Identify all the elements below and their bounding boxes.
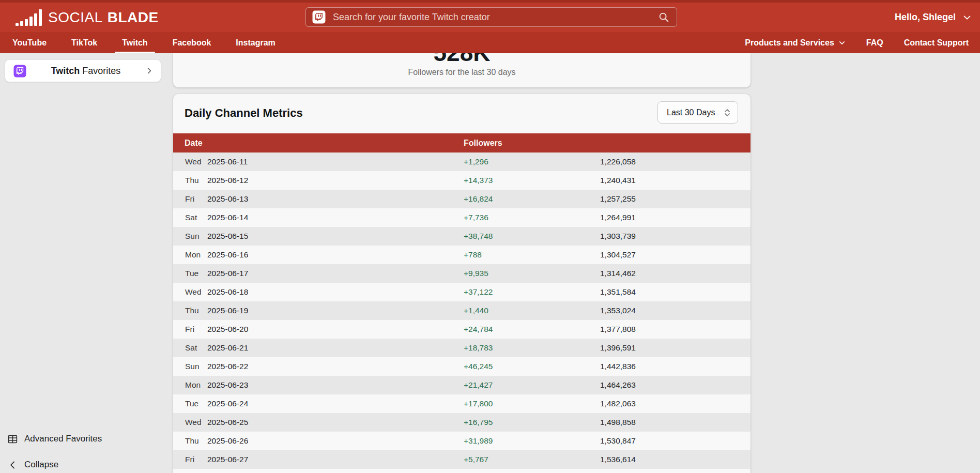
products-services-menu[interactable]: Products and Services — [744, 38, 847, 48]
cell-followers-total: 1,482,063 — [600, 399, 636, 408]
account-menu[interactable]: Hello, Shlegel — [895, 3, 972, 32]
cell-day: Sat — [185, 343, 197, 353]
chevron-right-icon — [145, 67, 154, 75]
table-row: Mon 2025-06-23 +21,427 1,464,263 — [173, 376, 751, 394]
tab-label: Facebook — [173, 38, 211, 48]
logo-text: SOCIAL BLADE — [48, 9, 159, 26]
table-row: Thu 2025-06-12 +14,373 1,240,431 — [173, 171, 751, 190]
column-header-followers: Followers — [464, 139, 502, 148]
cell-day: Sun — [185, 232, 200, 241]
cell-followers-change: +9,935 — [464, 269, 488, 278]
followers-caption: Followers for the last 30 days — [173, 68, 751, 77]
table-row: Sat 2025-06-14 +7,736 1,264,991 — [173, 208, 751, 227]
cell-date: 2025-06-16 — [207, 250, 248, 260]
cell-followers-change: +37,122 — [464, 287, 493, 297]
tab-label: Twitch — [122, 38, 147, 48]
cell-followers-total: 1,396,591 — [600, 343, 636, 353]
table-row: Tue 2025-06-17 +9,935 1,314,462 — [173, 264, 751, 283]
socialblade-logo[interactable]: SOCIAL BLADE — [16, 3, 159, 32]
cell-followers-total: 1,351,584 — [600, 287, 636, 297]
cell-followers-total: 1,304,527 — [600, 250, 636, 260]
tab-facebook[interactable]: Facebook — [172, 32, 212, 53]
table-row: Thu 2025-06-19 +1,440 1,353,024 — [173, 301, 751, 320]
twitch-icon — [312, 10, 326, 24]
favorites-brand: Twitch — [51, 66, 80, 76]
cell-date: 2025-06-25 — [207, 418, 248, 427]
cell-date: 2025-06-23 — [207, 380, 248, 390]
contact-support-link[interactable]: Contact Support — [903, 38, 970, 48]
table-row: Fri 2025-06-27 +5,767 1,536,614 — [173, 450, 751, 469]
twitch-favorites-button[interactable]: Twitch Favorites — [5, 60, 161, 82]
cell-day: Fri — [185, 194, 194, 204]
cell-followers-change: +1,296 — [464, 157, 488, 166]
cell-day: Wed — [185, 418, 202, 427]
search-bar — [305, 7, 677, 27]
select-chevrons-icon — [723, 108, 731, 118]
cell-followers-change: +31,989 — [464, 436, 493, 446]
cell-date: 2025-06-27 — [207, 455, 248, 464]
cell-day: Sat — [185, 213, 197, 222]
tab-tiktok[interactable]: TikTok — [70, 32, 98, 53]
table-header-row: Date Followers — [173, 133, 751, 152]
cell-followers-change: +788 — [464, 250, 482, 260]
logo-word-social: SOCIAL — [48, 9, 103, 26]
cell-followers-change: +14,373 — [464, 176, 493, 185]
cell-followers-total: 1,226,058 — [600, 157, 636, 166]
followers-summary-card: 528K Followers for the last 30 days — [173, 53, 751, 87]
cell-day: Mon — [185, 380, 201, 390]
search-icon[interactable] — [658, 11, 669, 23]
cell-followers-total: 1,303,739 — [600, 232, 636, 241]
faq-link[interactable]: FAQ — [865, 38, 884, 48]
table-row: Sat 2025-06-21 +18,783 1,396,591 — [173, 339, 751, 357]
cell-date: 2025-06-12 — [207, 176, 248, 185]
followers-total-value: 528K — [173, 53, 751, 65]
cell-date: 2025-06-21 — [207, 343, 248, 353]
cell-day: Fri — [185, 455, 194, 464]
tab-label: Instagram — [236, 38, 275, 48]
chevron-left-icon — [7, 460, 18, 470]
table-row: Sun 2025-06-15 +38,748 1,303,739 — [173, 227, 751, 246]
menu-label: Products and Services — [745, 38, 834, 48]
cell-followers-total: 1,240,431 — [600, 176, 636, 185]
cell-followers-total: 1,264,991 — [600, 213, 636, 222]
cell-date: 2025-06-20 — [207, 325, 248, 334]
cell-day: Fri — [185, 325, 194, 334]
date-range-select[interactable]: Last 30 Days — [657, 101, 738, 124]
cell-day: Wed — [185, 287, 202, 297]
cell-followers-total: 1,536,614 — [600, 455, 636, 464]
cell-day: Tue — [185, 269, 198, 278]
metrics-title: Daily Channel Metrics — [185, 106, 303, 120]
cell-followers-total: 1,377,808 — [600, 325, 636, 334]
daily-metrics-card: Daily Channel Metrics Last 30 Days Date … — [173, 94, 751, 473]
cell-followers-change: +16,795 — [464, 418, 493, 427]
advanced-favorites-button[interactable]: Advanced Favorites — [7, 432, 102, 446]
tab-twitch[interactable]: Twitch — [121, 32, 148, 53]
cell-day: Wed — [185, 157, 202, 166]
collapse-sidebar-button[interactable]: Collapse — [7, 458, 58, 471]
platform-tabs: YouTube TikTok Twitch Facebook Instagram — [0, 32, 299, 53]
metrics-table: Date Followers Wed 2025-06-11 +1,296 1,2… — [173, 133, 751, 469]
cell-followers-change: +17,800 — [464, 399, 493, 408]
greeting-text: Hello, Shlegel — [895, 12, 956, 23]
table-row: Fri 2025-06-13 +16,824 1,257,255 — [173, 190, 751, 208]
cell-followers-change: +16,824 — [464, 194, 493, 204]
cell-followers-change: +5,767 — [464, 455, 488, 464]
tab-youtube[interactable]: YouTube — [11, 32, 48, 53]
cell-followers-change: +38,748 — [464, 232, 493, 241]
chevron-down-icon — [962, 13, 972, 22]
cell-day: Mon — [185, 250, 201, 260]
cell-followers-total: 1,498,858 — [600, 418, 636, 427]
cell-followers-total: 1,464,263 — [600, 380, 636, 390]
table-row: Mon 2025-06-16 +788 1,304,527 — [173, 246, 751, 264]
twitch-icon — [13, 65, 26, 78]
cell-date: 2025-06-19 — [207, 306, 248, 315]
search-input[interactable] — [326, 8, 658, 26]
tab-label: TikTok — [71, 38, 97, 48]
cell-day: Tue — [185, 399, 198, 408]
table-row: Tue 2025-06-24 +17,800 1,482,063 — [173, 394, 751, 413]
table-row: Wed 2025-06-25 +16,795 1,498,858 — [173, 413, 751, 432]
cell-followers-change: +7,736 — [464, 213, 488, 222]
cell-date: 2025-06-18 — [207, 287, 248, 297]
tab-instagram[interactable]: Instagram — [235, 32, 276, 53]
cell-date: 2025-06-15 — [207, 232, 248, 241]
